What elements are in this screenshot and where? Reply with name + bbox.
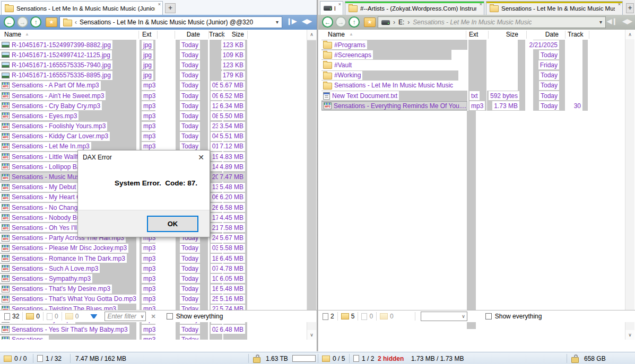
tab-close-icon[interactable]: × xyxy=(338,2,341,7)
name-cell: Sensations - That's My Desire.mp3 xyxy=(0,284,136,294)
filter-input[interactable]: Enter filter ∨ xyxy=(105,312,146,321)
back-button[interactable]: ← xyxy=(4,16,15,28)
table-row[interactable]: #ScreencapsToday xyxy=(318,50,635,60)
cell xyxy=(567,40,582,50)
filter-funnel-icon[interactable] xyxy=(90,314,97,318)
clear-filter-icon[interactable]: ✕ xyxy=(151,313,155,320)
tab-close-icon[interactable]: × xyxy=(158,2,161,7)
scrollbar-thumb[interactable] xyxy=(307,40,316,321)
chevron-down-icon[interactable]: ∨ xyxy=(462,314,465,319)
swap-panes-icon[interactable]: ◀▶ xyxy=(622,17,632,25)
table-row[interactable]: Sensations - A Part Of Me.mp3mp3Today055… xyxy=(0,81,317,91)
new-tab-button[interactable]: + xyxy=(626,3,634,13)
ok-button[interactable]: OK xyxy=(147,216,198,232)
table-row[interactable]: R-10451671-1524997412-1125.jpgjpgToday10… xyxy=(0,50,317,60)
right-folder-stats: 0 / 5 xyxy=(333,355,345,362)
breadcrumb-drive[interactable]: E: xyxy=(398,19,404,26)
cell xyxy=(518,50,525,60)
column-size[interactable]: Size xyxy=(223,31,244,38)
tab-close-icon[interactable]: × xyxy=(618,2,621,7)
chevron-down-icon[interactable]: ∨ xyxy=(141,314,144,319)
name-cell: R-10451671-1524997399-8882.jpg xyxy=(0,40,136,50)
close-icon[interactable]: ✕ xyxy=(198,153,204,162)
table-row[interactable]: Sensations - Let Me In Music Music Music… xyxy=(318,81,635,91)
cell-value: 6.45 MB xyxy=(218,254,245,263)
mp3-icon xyxy=(2,235,10,242)
table-row[interactable]: Sensations - Sympathy.mp3mp3Today106.05 … xyxy=(0,273,317,283)
name-cell: Sensations - Yes Sir That's My Baby.mp3 xyxy=(0,324,136,334)
right-scrollbar[interactable]: ∧ ∨ xyxy=(625,30,634,340)
chevron-down-icon[interactable]: ▾ xyxy=(276,19,279,25)
forward-button[interactable]: → xyxy=(335,16,346,28)
scroll-down-icon[interactable]: ∨ xyxy=(625,330,634,340)
table-row[interactable]: #WorkingToday xyxy=(318,70,635,81)
up-button[interactable]: ↑ xyxy=(30,16,41,28)
table-row[interactable]: Sensations - Yes Sir That's My Baby.mp3m… xyxy=(0,324,317,334)
table-row[interactable]: Sensations - That's What You Gotta Do.mp… xyxy=(0,294,317,304)
hidden-folder-count-icon xyxy=(380,313,388,319)
column-ext[interactable]: Ext xyxy=(142,31,151,38)
table-row[interactable]: #VaultFriday xyxy=(318,60,635,70)
folder-stat-icon xyxy=(322,356,330,362)
column-ext[interactable]: Ext xyxy=(469,31,478,38)
table-row[interactable]: Sensations - Romance In The Dark.mp3mp3T… xyxy=(0,253,317,263)
favorites-icon[interactable]: ★ xyxy=(46,17,57,27)
cell-value: Sensations - xyxy=(0,335,49,340)
scroll-up-icon[interactable]: ∧ xyxy=(625,30,634,39)
show-everything-checkbox[interactable] xyxy=(167,313,173,319)
table-row[interactable]: Sensations - Please Mr Disc Jockey.mp3mp… xyxy=(0,243,317,253)
table-row[interactable]: Sensations - Ain't He Sweet.mp3mp3Today0… xyxy=(0,91,317,101)
tab-sensations[interactable]: Sensations - Let Me In & Music Music Mus… xyxy=(486,1,623,15)
back-button[interactable]: ← xyxy=(322,16,333,28)
tab-drive-e[interactable]: E: × xyxy=(320,1,343,15)
file-name: Sensations - Oh Yes I'll B xyxy=(12,224,83,232)
column-name[interactable]: Name xyxy=(328,31,345,38)
sort-ascending-icon: ▲ xyxy=(25,32,29,37)
table-row[interactable]: Sensations - Kiddy Car Lover.mp3mp3Today… xyxy=(0,131,317,141)
scroll-up-icon[interactable]: ∧ xyxy=(307,30,316,39)
column-date[interactable]: Date xyxy=(176,31,200,38)
sort-ascending-icon: ▲ xyxy=(349,32,353,37)
chevron-down-icon[interactable]: ▾ xyxy=(599,19,602,25)
up-button[interactable]: ↑ xyxy=(349,16,360,28)
column-size[interactable]: Size xyxy=(493,31,518,38)
toggle-pane-icon[interactable]: ❙▶ xyxy=(286,17,297,25)
cell: Today xyxy=(176,131,208,141)
forward-button[interactable]: → xyxy=(17,16,28,28)
table-row[interactable]: R-10451671-1655575335-8895.jpgjpgToday17… xyxy=(0,70,317,81)
filter-input[interactable]: ∨ xyxy=(421,312,467,321)
swap-panes-icon[interactable]: ◀▶ xyxy=(302,17,311,25)
table-row[interactable]: Sensations - Foolishly Yours.mp3mp3Today… xyxy=(0,121,317,131)
favorites-icon[interactable]: ★ xyxy=(364,17,376,27)
table-row[interactable]: Sensations - That's My Desire.mp3mp3Toda… xyxy=(0,284,317,294)
cell: 5.58 MB xyxy=(223,243,247,253)
tab-close-icon[interactable]: × xyxy=(480,2,482,7)
table-row[interactable]: Sensations - Everything Reminds Me Of Yo… xyxy=(318,101,635,111)
column-date[interactable]: Date xyxy=(533,31,559,38)
folder-count: 0 xyxy=(36,313,40,320)
table-row[interactable]: R-10451671-1524997399-8882.jpgjpgToday12… xyxy=(0,40,317,50)
table-row[interactable]: Sensations - Such A Love.mp3mp3Today074.… xyxy=(0,263,317,273)
show-everything-checkbox[interactable] xyxy=(485,313,492,319)
cell-value: Sensations - Foolishly Yours.mp3 xyxy=(0,122,107,131)
table-row[interactable]: Sensations - Eyes.mp3mp3Today085.50 MB xyxy=(0,111,317,121)
file-name: New Text Document.txt xyxy=(332,92,397,100)
address-bar[interactable]: ‹ Sensations - Let Me In & Music Music M… xyxy=(59,16,282,28)
table-row[interactable]: R-10451671-1655575335-7940.jpgjpgToday12… xyxy=(0,60,317,70)
folder-count-icon xyxy=(26,313,34,319)
left-scrollbar[interactable]: ∧ ∨ xyxy=(307,30,316,340)
name-cell: #Screencaps xyxy=(321,50,451,60)
toggle-pane-icon[interactable]: ◀❙ xyxy=(607,17,617,25)
column-name[interactable]: Name xyxy=(4,31,21,38)
scroll-down-icon[interactable]: ∨ xyxy=(307,330,316,340)
tab-artists[interactable]: #--Artists - (Zokyat.Wordpress.Com) Inst… xyxy=(345,1,484,15)
left-tab[interactable]: Sensations - Let Me In & Music Music Mus… xyxy=(1,1,163,15)
new-tab-button[interactable]: + xyxy=(165,3,176,13)
table-row[interactable]: New Text Document.txttxt592 bytesToday xyxy=(318,91,635,101)
table-row[interactable]: #Programs2/21/2025 xyxy=(318,40,635,50)
table-row[interactable]: Sensations - Cry Baby Cry.mp3mp3Today126… xyxy=(0,101,317,111)
cell: 123 KB xyxy=(223,60,247,70)
address-bar[interactable]: › E: › Sensations - Let Me In Music Musi… xyxy=(378,16,606,28)
table-row[interactable]: Sensations -mp3Today xyxy=(0,334,317,340)
column-track[interactable]: Track xyxy=(568,31,584,38)
